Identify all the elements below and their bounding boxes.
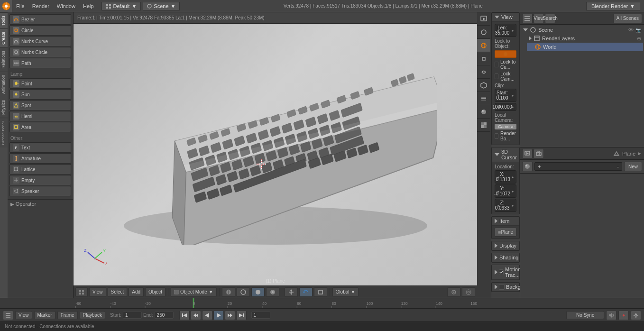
tab-material[interactable] [477,105,490,119]
scale-btn[interactable] [314,287,327,297]
outliner-icon-btn[interactable] [522,14,533,23]
speaker-btn[interactable]: Speaker [9,186,71,196]
tab-tools[interactable]: Tools [0,12,8,28]
circle-btn[interactable]: Circle [9,25,71,36]
add-menu-btn[interactable]: Add [129,287,144,297]
tab-create[interactable]: Create [0,28,8,47]
blender-logo[interactable] [0,0,12,12]
cursor-y-field[interactable]: Y: -0.1072 [495,184,516,198]
clip-end-field[interactable]: 1000.000 [495,103,516,111]
lamp-area-btn[interactable]: Area [9,122,71,132]
ruler-content[interactable]: -60 -40 -20 0 20 40 60 80 100 120 140 [74,298,477,308]
view-section-header[interactable]: View [492,13,519,22]
armature-btn[interactable]: Armature [9,153,71,164]
help-menu[interactable]: Help [79,0,98,12]
cursor-x-field[interactable]: X: -0.1313 [495,170,516,184]
props-icon-camera[interactable] [534,149,544,158]
props-icon-render[interactable] [522,149,533,158]
tab-modifiers[interactable] [477,79,490,92]
play-btn[interactable] [213,311,224,320]
scene-selector[interactable]: Scene ▼ [143,2,180,10]
motion-tracking-checkbox[interactable] [499,269,504,275]
start-frame-input[interactable]: 1 [123,312,142,319]
mode-selector[interactable]: Object Mode ▼ [171,287,217,297]
new-material-btn[interactable]: New [624,162,642,171]
scene-tree-world[interactable]: World [527,43,643,51]
all-scenes-btn[interactable]: All Scenes [613,14,642,23]
lock-object-input[interactable] [495,50,516,58]
shading-section-header[interactable]: Shading [492,253,519,262]
playback-btn[interactable]: Playback [80,311,106,319]
material-preview-btn[interactable] [522,162,533,171]
window-menu[interactable]: Window [53,0,79,12]
tab-relations[interactable]: Relations [0,47,8,72]
background-checkbox[interactable] [499,284,505,290]
tab-constraints[interactable] [477,65,490,79]
tab-data[interactable] [477,92,490,105]
scene-tree-scene[interactable]: Scene 👁 📷 [521,26,643,34]
audio-mute-btn[interactable] [606,311,616,320]
tab-object[interactable] [477,52,490,65]
step-back-btn[interactable] [191,311,201,320]
viewport-icon-btn[interactable] [75,287,88,297]
tab-texture[interactable] [477,119,490,132]
background-section-header[interactable]: Backgroun... [492,283,519,292]
tab-scene[interactable] [477,26,490,39]
marker-btn[interactable]: Marker [34,311,55,319]
viewport-canvas[interactable]: X Y Z [74,24,477,285]
cursor-z-field[interactable]: Z: 0.0633 [495,199,516,212]
camera-clear-icon[interactable] [514,125,515,129]
layout-selector[interactable]: Default ▼ [101,2,141,10]
render-engine-selector[interactable]: Blender Render ▼ [586,2,640,10]
frame-btn[interactable]: Frame [57,311,78,319]
search-btn[interactable]: Search [545,14,555,23]
len-field[interactable]: Len: 35.000 [495,24,516,37]
lamp-point-btn[interactable]: Point [9,78,71,89]
end-frame-input[interactable]: 250 [155,312,174,319]
render-border-checkbox[interactable] [495,133,498,139]
object-menu-btn[interactable]: Object [145,287,166,297]
path-btn[interactable]: Path [9,58,71,68]
lamp-hemi-btn[interactable]: Hemi [9,111,71,121]
view-timeline-btn[interactable]: View [15,311,32,319]
settings-btn[interactable] [631,311,641,320]
viewport-texture-btn[interactable] [266,287,279,297]
text-btn[interactable]: F Text [9,142,71,153]
select-menu-btn[interactable]: Select [108,287,128,297]
current-frame-input[interactable]: 1 [251,312,270,319]
play-reverse-btn[interactable] [202,311,212,320]
lock-cursor-checkbox[interactable] [495,62,498,67]
viewport-shading-btn[interactable] [222,287,235,297]
motion-tracking-header[interactable]: Motion Trac... [492,265,519,280]
bezier-btn[interactable]: Bezier [9,14,71,25]
tab-world[interactable] [477,39,490,52]
jump-end-btn[interactable] [236,311,247,320]
view-menu-btn[interactable]: View [89,287,106,297]
item-section-header[interactable]: Item [492,217,519,226]
no-sync-btn[interactable]: No Sync [566,311,604,319]
nurbs-circle-btn[interactable]: Nurbs Circle [9,47,71,57]
clip-start-field[interactable]: Start: 0.100 [495,89,516,102]
tab-grease-pencil[interactable]: Grease Pencil [0,118,8,147]
tab-render[interactable] [477,12,490,26]
viewport-wire-btn[interactable] [237,287,250,297]
lattice-btn[interactable]: Lattice [9,164,71,175]
proportional-btn[interactable] [462,287,475,297]
material-slot[interactable]: + - [534,162,622,171]
tab-animation[interactable]: Animation [0,72,8,97]
jump-start-btn[interactable] [179,311,190,320]
empty-btn[interactable]: Empty [9,175,71,185]
lamp-sun-btn[interactable]: Sun [9,89,71,100]
record-btn[interactable]: ● [618,311,629,320]
tab-physics[interactable]: Physics [0,97,8,118]
render-menu[interactable]: Render [28,0,53,12]
global-local-selector[interactable]: Global ▼ [332,287,359,297]
viewport-solid-btn[interactable] [251,287,265,297]
file-menu[interactable]: File [12,0,28,12]
cursor-section-header[interactable]: 3D Cursor [492,147,519,162]
lamp-spot-btn[interactable]: Spot [9,100,71,110]
timeline-icon-btn[interactable] [3,311,13,320]
scene-tree-renderlayers[interactable]: RenderLayers ⊕ [527,34,643,43]
display-section-header[interactable]: Display [492,241,519,250]
lock-camera-checkbox[interactable] [495,74,498,79]
